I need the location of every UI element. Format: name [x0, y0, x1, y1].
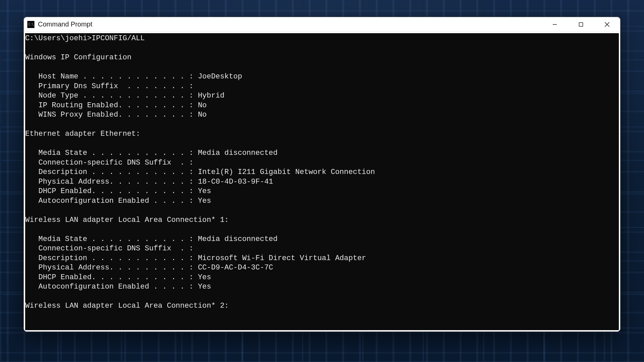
maximize-button[interactable] [568, 17, 594, 32]
minimize-icon [552, 22, 557, 27]
svg-rect-1 [579, 22, 583, 26]
minimize-button[interactable] [542, 17, 568, 32]
close-button[interactable] [594, 17, 620, 32]
close-icon [604, 21, 610, 27]
maximize-icon [578, 22, 584, 27]
cmd-icon: C:\ [27, 21, 35, 28]
client-area: C:\Users\joehi>IPCONFIG/ALL Windows IP C… [24, 32, 620, 331]
window-title: Command Prompt [38, 20, 92, 28]
window-controls [542, 17, 620, 32]
terminal-output[interactable]: C:\Users\joehi>IPCONFIG/ALL Windows IP C… [25, 33, 619, 330]
command-prompt-window: C:\ Command Prompt C:\Users\joehi>IPCONF… [23, 17, 621, 332]
titlebar[interactable]: C:\ Command Prompt [24, 17, 620, 32]
